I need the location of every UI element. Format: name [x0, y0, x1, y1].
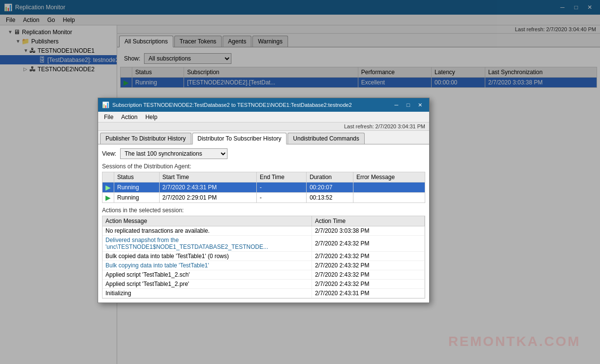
action-message-5: Applied script 'TestTable1_2.sch': [103, 270, 312, 280]
modal-tab-distributor-history[interactable]: Distributor To Subscriber History: [192, 133, 287, 144]
session-duration-2: 00:13:52: [307, 193, 353, 203]
action-time-5: 2/7/2020 2:43:32 PM: [312, 270, 425, 280]
sessions-col-start: Start Time: [159, 172, 257, 182]
modal-overlay: 📊 Subscription TESTNODE\NODE2:TestDataba…: [0, 0, 600, 364]
actions-section-title: Actions in the selected session:: [102, 207, 425, 214]
sessions-col-icon: [103, 172, 114, 182]
action-message-2[interactable]: Delivered snapshot from the 'unc\TESTNOD…: [103, 236, 312, 252]
session-duration-1: 00:20:07: [307, 182, 353, 193]
session-row-icon: ▶: [103, 193, 114, 203]
session-end-2: -: [257, 193, 307, 203]
action-time-6: 2/7/2020 2:43:32 PM: [312, 280, 425, 289]
action-message-7: Initializing: [103, 289, 312, 298]
action-row: No replicated transactions are available…: [103, 226, 425, 236]
action-row: Initializing 2/7/2020 2:43:31 PM: [103, 289, 425, 298]
view-bar: View: The last 100 synchronizations The …: [102, 148, 425, 159]
actions-table: Action Message Action Time No replicated…: [103, 216, 425, 298]
action-time-4: 2/7/2020 2:43:32 PM: [312, 261, 425, 270]
modal-tab-bar: Publisher To Distributor History Distrib…: [98, 131, 429, 144]
actions-col-message: Action Message: [103, 216, 312, 226]
session-row-icon: ▶: [103, 182, 114, 193]
session-end-1: -: [257, 182, 307, 193]
session-error-2: [353, 193, 425, 203]
action-message-6: Applied script 'TestTable1_2.pre': [103, 280, 312, 289]
modal-controls: ─ □ ✕: [391, 101, 425, 109]
action-time-7: 2/7/2020 2:43:31 PM: [312, 289, 425, 298]
sessions-table: Status Start Time End Time Duration Erro…: [102, 172, 425, 203]
modal-status-bar: Last refresh: 2/7/2020 3:04:31 PM: [98, 122, 429, 131]
sessions-row[interactable]: ▶ Running 2/7/2020 2:29:01 PM - 00:13:52: [103, 193, 425, 203]
action-message-3: Bulk copied data into table 'TestTable1'…: [103, 252, 312, 261]
sessions-row[interactable]: ▶ Running 2/7/2020 2:43:31 PM - 00:20:07: [103, 182, 425, 193]
action-row: Applied script 'TestTable1_2.sch' 2/7/20…: [103, 270, 425, 280]
modal-menu-help[interactable]: Help: [142, 113, 162, 121]
view-label: View:: [102, 150, 116, 157]
modal-last-refresh: Last refresh: 2/7/2020 3:04:31 PM: [344, 123, 425, 129]
view-select[interactable]: The last 100 synchronizations The last 5…: [120, 148, 228, 159]
modal-menu-file[interactable]: File: [100, 113, 117, 121]
action-message-4[interactable]: Bulk copying data into table 'TestTable1…: [103, 261, 312, 270]
modal-tab-publisher-history[interactable]: Publisher To Distributor History: [100, 133, 191, 144]
action-time-3: 2/7/2020 2:43:32 PM: [312, 252, 425, 261]
actions-col-time: Action Time: [312, 216, 425, 226]
action-time-2: 2/7/2020 2:43:32 PM: [312, 236, 425, 252]
sessions-col-duration: Duration: [307, 172, 353, 182]
sessions-col-end: End Time: [257, 172, 307, 182]
session-start-1: 2/7/2020 2:43:31 PM: [159, 182, 257, 193]
action-row: Applied script 'TestTable1_2.pre' 2/7/20…: [103, 280, 425, 289]
actions-section: Action Message Action Time No replicated…: [102, 216, 425, 299]
sessions-section-title: Sessions of the Distribution Agent:: [102, 163, 425, 170]
modal-icon: 📊: [102, 101, 109, 108]
session-error-1: [353, 182, 425, 193]
session-running-icon-2: ▶: [105, 194, 111, 202]
modal-menu-action[interactable]: Action: [117, 113, 141, 121]
modal-minimize-button[interactable]: ─: [391, 101, 402, 109]
session-status-2: Running: [114, 193, 160, 203]
sessions-col-status: Status: [114, 172, 160, 182]
modal-title: Subscription TESTNODE\NODE2:TestDatabase…: [112, 102, 388, 108]
action-message-1: No replicated transactions are available…: [103, 226, 312, 236]
action-row: Bulk copied data into table 'TestTable1'…: [103, 252, 425, 261]
modal-title-bar: 📊 Subscription TESTNODE\NODE2:TestDataba…: [98, 98, 429, 112]
modal-tab-undistributed[interactable]: Undistributed Commands: [288, 133, 364, 144]
modal-window: 📊 Subscription TESTNODE\NODE2:TestDataba…: [98, 98, 430, 303]
session-status-1: Running: [114, 182, 160, 193]
session-start-2: 2/7/2020 2:29:01 PM: [159, 193, 257, 203]
sessions-col-error: Error Message: [353, 172, 425, 182]
action-row: Bulk copying data into table 'TestTable1…: [103, 261, 425, 270]
modal-close-button[interactable]: ✕: [414, 101, 425, 109]
action-row: Delivered snapshot from the 'unc\TESTNOD…: [103, 236, 425, 252]
modal-menu-bar: File Action Help: [98, 112, 429, 122]
session-running-icon-1: ▶: [105, 183, 111, 191]
modal-content: View: The last 100 synchronizations The …: [98, 144, 429, 303]
modal-maximize-button[interactable]: □: [403, 101, 414, 109]
action-time-1: 2/7/2020 3:03:38 PM: [312, 226, 425, 236]
